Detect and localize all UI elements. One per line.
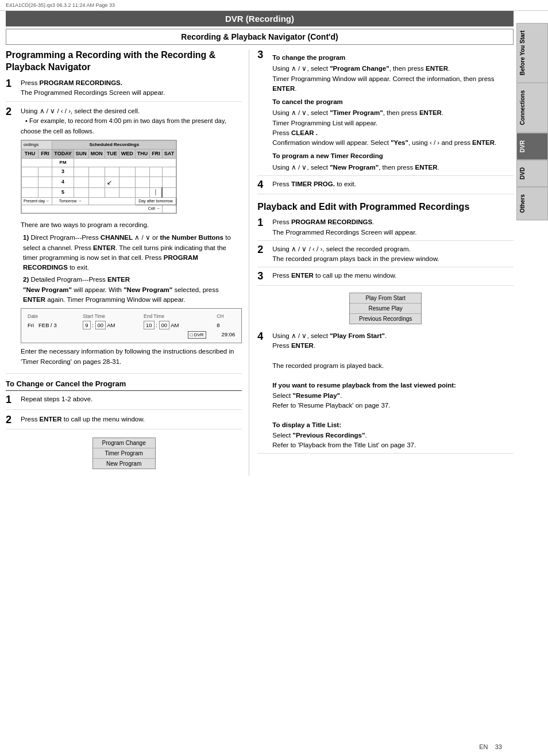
cancel-sub2: Press CLEAR . bbox=[272, 128, 514, 138]
right-step-3-heading: To change the program bbox=[272, 53, 514, 63]
playback-section: Playback and Edit with Programmed Record… bbox=[257, 201, 514, 454]
playback-step-4-main2: Press ENTER. bbox=[272, 342, 315, 349]
playback-resume-main: Select "Resume Play". bbox=[272, 392, 342, 399]
playback-title-heading: To display a Title List: bbox=[272, 421, 341, 428]
change-menu-box: Program Change Timer Program New Program bbox=[92, 438, 156, 469]
menu-item-timer-program[interactable]: Timer Program bbox=[93, 448, 155, 459]
cancel-sub3: Confirmation window will appear. Select … bbox=[272, 138, 514, 148]
sidebar-tab-dvr[interactable]: DVR bbox=[516, 133, 548, 160]
sub-title: Recording & Playback Navigator (Cont'd) bbox=[6, 29, 514, 45]
step-2-main: Using ∧ / ∨ / ‹ / ›, select the desired … bbox=[21, 108, 140, 114]
right-step-4-content: Press TIMER PROG. to exit. bbox=[272, 179, 514, 189]
right-step-4-text: Press TIMER PROG. to exit. bbox=[272, 181, 356, 187]
sidebar-tab-dvd[interactable]: DVD bbox=[516, 160, 548, 187]
playback-step-1-content: Press PROGRAM RECORDINGS. The Programmed… bbox=[272, 217, 514, 237]
playback-step-1: 1 Press PROGRAM RECORDINGS. The Programm… bbox=[257, 217, 514, 241]
playback-title-main: Select "Previous Recordings". bbox=[272, 432, 366, 439]
playback-step-2-sub: The recorded program plays back in the p… bbox=[272, 255, 439, 262]
page-label: EN bbox=[479, 743, 488, 750]
playback-step-4-content: Using ∧ / ∨, select "Play From Start". P… bbox=[272, 331, 514, 450]
playback-heading: Playback and Edit with Programmed Record… bbox=[257, 201, 514, 213]
menu-item-new-program[interactable]: New Program bbox=[93, 459, 155, 469]
right-step-3: 3 To change the program Using ∧ / ∨, sel… bbox=[257, 49, 514, 176]
new-timer-heading: To program a new Timer Recording bbox=[272, 151, 514, 161]
playback-step-2-num: 2 bbox=[257, 244, 269, 256]
playback-step-2-content: Using ∧ / ∨ / ‹ / ›, select the recorded… bbox=[272, 244, 514, 264]
content-area: Programming a Recording with the Recordi… bbox=[6, 49, 514, 476]
sub-step-2: 2) Detailed Program---Press ENTER "New P… bbox=[23, 275, 242, 305]
new-timer-main: Using ∧ / ∨, select "New Program", then … bbox=[272, 163, 514, 172]
playback-step-1-num: 1 bbox=[257, 217, 269, 229]
playback-title-sub: Refer to 'Playback from the Title List' … bbox=[272, 442, 416, 448]
cancel-heading: To cancel the program bbox=[272, 97, 514, 107]
menu-item-resume-play[interactable]: Resume Play bbox=[350, 304, 421, 314]
change-step-2-num: 2 bbox=[6, 415, 17, 426]
sidebar-tab-before-you-start[interactable]: Before You Start bbox=[516, 23, 548, 83]
step-2-bullet: • For example, to record from 4:00 pm in… bbox=[21, 117, 226, 134]
change-section-heading: To Change or Cancel the Program bbox=[6, 379, 242, 391]
menu-item-program-change[interactable]: Program Change bbox=[93, 438, 155, 448]
change-step-2-content: Press ENTER to call up the menu window. bbox=[21, 415, 242, 424]
playback-step-4: 4 Using ∧ / ∨, select "Play From Start".… bbox=[257, 331, 514, 454]
playback-resume-heading: If you want to resume playback from the … bbox=[272, 382, 456, 389]
step-1-sub: The Programmed Recordings Screen will ap… bbox=[21, 89, 165, 96]
menu-item-previous-recordings[interactable]: Previous Recordings bbox=[350, 314, 421, 324]
change-step-1-content: Repeat steps 1-2 above. bbox=[21, 394, 242, 404]
menu-item-play-from-start[interactable]: Play From Start bbox=[350, 293, 421, 304]
right-step-3-sub: Timer Programming Window will appear. Co… bbox=[272, 74, 514, 94]
playback-step-1-main: Press PROGRAM RECORDINGS. bbox=[272, 218, 374, 225]
page-footer: EN 33 bbox=[479, 743, 502, 750]
right-step-3-content: To change the program Using ∧ / ∨, selec… bbox=[272, 49, 514, 172]
sidebar-tab-others[interactable]: Others bbox=[516, 187, 548, 220]
change-heading-text: To Change or Cancel the Program bbox=[6, 379, 126, 388]
right-step-3-main: Using ∧ / ∨, select "Program Change", th… bbox=[272, 64, 514, 74]
playback-resume-sub: Refer to 'Resume Playback' on page 37. bbox=[272, 402, 390, 409]
timer-form: Date Start Time End Time CH Fri FEB / 3 … bbox=[21, 308, 242, 343]
change-step-1-text: Repeat steps 1-2 above. bbox=[21, 396, 92, 402]
right-column: 3 To change the program Using ∧ / ∨, sel… bbox=[249, 49, 514, 476]
left-step-2: 2 Using ∧ / ∨ / ‹ / ›, select the desire… bbox=[6, 106, 242, 374]
left-column: Programming a Recording with the Recordi… bbox=[6, 49, 249, 476]
playback-step-4-num: 4 bbox=[257, 331, 269, 343]
top-bar: E41A1CD(26-35).qx3 06.3.2 11:24 AM Page … bbox=[0, 0, 548, 11]
main-title: DVR (Recording) bbox=[6, 11, 514, 26]
playback-step-3-content: Press ENTER to call up the menu window. bbox=[272, 271, 514, 281]
top-bar-text: E41A1CD(26-35).qx3 06.3.2 11:24 AM Page … bbox=[6, 2, 115, 8]
step-2-content: Using ∧ / ∨ / ‹ / ›, select the desired … bbox=[21, 106, 242, 370]
playback-menu-wrap: Play From Start Resume Play Previous Rec… bbox=[257, 289, 514, 328]
change-menu-wrap: Program Change Timer Program New Program bbox=[6, 434, 242, 473]
form-para: Enter the necessary information by follo… bbox=[21, 347, 242, 367]
change-step-2-text: Press ENTER to call up the menu window. bbox=[21, 416, 145, 423]
playback-step-2: 2 Using ∧ / ∨ / ‹ / ›, select the record… bbox=[257, 244, 514, 268]
right-step-4: 4 Press TIMER PROG. to exit. bbox=[257, 179, 514, 194]
left-step-1: 1 Press PROGRAM RECORDINGS. The Programm… bbox=[6, 78, 242, 102]
playback-step-4-main1: Using ∧ / ∨, select "Play From Start". bbox=[272, 332, 387, 339]
sidebar-tabs: Before You Start Connections DVR DVD Oth… bbox=[516, 23, 548, 220]
sub-step-1: 1) Direct Program---Press CHANNEL ∧ / ∨ … bbox=[23, 233, 242, 273]
left-section-heading: Programming a Recording with the Recordi… bbox=[6, 49, 242, 74]
playback-step-4-sub1: The recorded program is played back. bbox=[272, 362, 384, 369]
page-num: 33 bbox=[495, 743, 502, 750]
step-1-num: 1 bbox=[6, 78, 17, 90]
schedule-table: ordings Scheduled Recordings THUFRITODAY… bbox=[21, 140, 177, 214]
sidebar-tab-connections[interactable]: Connections bbox=[516, 83, 548, 133]
playback-step-3: 3 Press ENTER to call up the menu window… bbox=[257, 271, 514, 286]
step-2-num: 2 bbox=[6, 106, 17, 118]
step-1-main: Press PROGRAM RECORDINGS. bbox=[21, 79, 122, 86]
playback-step-3-num: 3 bbox=[257, 271, 269, 282]
playback-step-1-sub: The Programmed Recordings Screen will ap… bbox=[272, 229, 416, 236]
right-step-4-num: 4 bbox=[257, 179, 269, 191]
cancel-main: Using ∧ / ∨, select "Timer Program", the… bbox=[272, 108, 514, 118]
step-1-content: Press PROGRAM RECORDINGS. The Programmed… bbox=[21, 78, 242, 98]
right-step-3-num: 3 bbox=[257, 49, 269, 61]
change-step-1-num: 1 bbox=[6, 394, 17, 406]
playback-menu-box: Play From Start Resume Play Previous Rec… bbox=[349, 293, 422, 324]
cancel-sub1: Timer Programming List will appear. bbox=[272, 118, 514, 128]
playback-step-3-text: Press ENTER to call up the menu window. bbox=[272, 272, 396, 279]
playback-step-2-main: Using ∧ / ∨ / ‹ / ›, select the recorded… bbox=[272, 245, 410, 252]
step-2-para: There are two ways to program a recordin… bbox=[21, 220, 242, 230]
change-step-1: 1 Repeat steps 1-2 above. bbox=[6, 394, 242, 410]
change-step-2: 2 Press ENTER to call up the menu window… bbox=[6, 415, 242, 430]
